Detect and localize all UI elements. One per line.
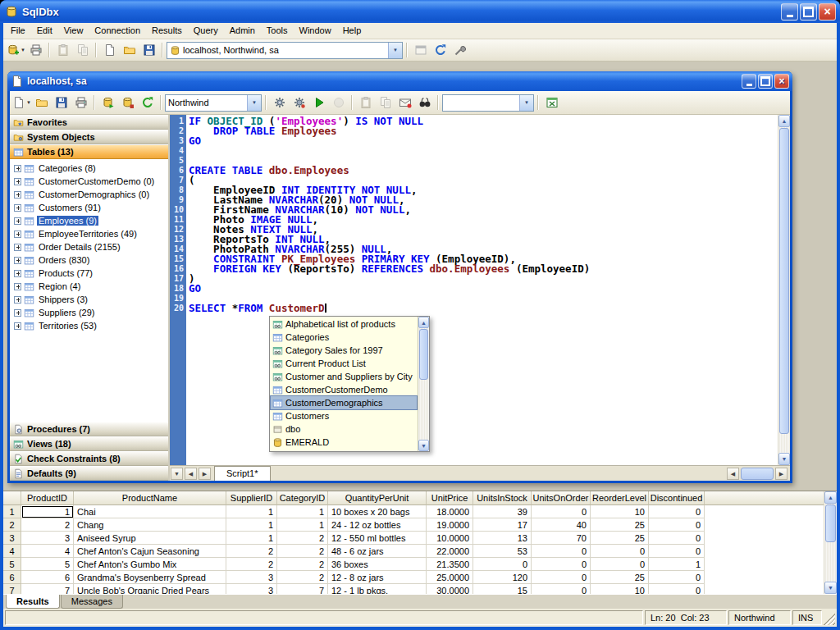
autocomplete-item-customer-and-suppliers-by-city[interactable]: Customer and Suppliers by City bbox=[271, 370, 417, 383]
column-header-productname[interactable]: ProductName bbox=[74, 491, 226, 505]
autocomplete-item-customers[interactable]: Customers bbox=[271, 409, 417, 422]
cell[interactable]: 3 bbox=[226, 571, 277, 584]
resize-grip[interactable] bbox=[824, 610, 835, 625]
cell[interactable]: 0 bbox=[532, 558, 591, 571]
cell[interactable]: 0 bbox=[473, 558, 532, 571]
tab-scroll-right-button[interactable]: ▶ bbox=[199, 468, 211, 480]
row-number[interactable]: 7 bbox=[3, 584, 21, 594]
scrollbar-thumb[interactable] bbox=[419, 329, 428, 380]
expand-icon[interactable] bbox=[14, 178, 21, 185]
column-header-reorderlevel[interactable]: ReorderLevel bbox=[591, 491, 649, 505]
cell[interactable]: 13 bbox=[473, 532, 532, 545]
cell[interactable]: 25 bbox=[591, 518, 649, 532]
menu-connection[interactable]: Connection bbox=[89, 24, 146, 38]
cell[interactable]: 0 bbox=[649, 584, 705, 594]
cell[interactable]: 1 bbox=[649, 558, 705, 571]
cell[interactable]: 5 bbox=[21, 558, 74, 571]
row-number[interactable]: 3 bbox=[3, 532, 21, 545]
cell[interactable]: Chang bbox=[74, 518, 226, 532]
tree-item-region-4[interactable]: Region (4) bbox=[10, 280, 168, 293]
tab-list-button[interactable]: ▼ bbox=[171, 468, 183, 480]
cell[interactable]: 25 bbox=[591, 571, 649, 584]
autocomplete-item-dbo[interactable]: dbo bbox=[271, 422, 417, 436]
cell[interactable]: 3 bbox=[21, 532, 74, 545]
cell[interactable]: 0 bbox=[591, 558, 649, 571]
tree-item-orders-830[interactable]: Orders (830) bbox=[10, 253, 168, 267]
row-number[interactable]: 6 bbox=[3, 571, 21, 584]
cell[interactable]: 12 - 1 lb pkgs. bbox=[328, 584, 427, 594]
scroll-down-icon[interactable]: ▼ bbox=[778, 453, 790, 465]
new-connection-button[interactable]: ▼ bbox=[7, 41, 25, 59]
section-system-objects[interactable]: System Objects bbox=[10, 130, 168, 144]
child-restore-button[interactable] bbox=[758, 74, 773, 89]
cell[interactable]: 2 bbox=[226, 545, 277, 558]
cell[interactable]: 10.0000 bbox=[427, 532, 473, 545]
query-window-titlebar[interactable]: localhost, sa × bbox=[7, 71, 792, 91]
cell[interactable]: 53 bbox=[473, 545, 532, 558]
cell[interactable]: 1 bbox=[226, 532, 277, 545]
autocomplete-item-current-product-list[interactable]: Current Product List bbox=[271, 357, 417, 370]
connection-combo[interactable]: localhost, Northwind, sa▼ bbox=[167, 42, 403, 59]
cell[interactable]: 17 bbox=[473, 518, 532, 532]
restore-button[interactable] bbox=[800, 3, 817, 21]
tree-item-categories-8[interactable]: Categories (8) bbox=[10, 162, 168, 175]
tree-item-customers-91[interactable]: Customers (91) bbox=[10, 201, 168, 214]
cell[interactable]: 25 bbox=[591, 532, 649, 545]
section-favorites[interactable]: Favorites bbox=[10, 115, 168, 130]
cell[interactable]: 2 bbox=[277, 532, 328, 545]
print-button[interactable] bbox=[26, 41, 45, 59]
scrollbar-thumb[interactable] bbox=[741, 468, 774, 480]
scroll-left-icon[interactable]: ◀ bbox=[727, 468, 739, 480]
cell[interactable]: 3 bbox=[226, 584, 277, 594]
execute-query-button[interactable] bbox=[309, 94, 328, 112]
row-number[interactable]: 1 bbox=[3, 505, 21, 518]
menu-help[interactable]: Help bbox=[337, 24, 368, 38]
results-vertical-scrollbar[interactable]: ▲ ▼ bbox=[824, 491, 837, 594]
cell[interactable]: 48 - 6 oz jars bbox=[328, 545, 427, 558]
cell[interactable]: 25.0000 bbox=[427, 571, 473, 584]
new-script-button[interactable]: ▼ bbox=[12, 94, 31, 112]
cell[interactable]: 2 bbox=[21, 518, 74, 532]
cell[interactable]: 2 bbox=[277, 545, 328, 558]
menu-query[interactable]: Query bbox=[188, 24, 224, 38]
column-header-unitsinstock[interactable]: UnitsInStock bbox=[473, 491, 532, 505]
menu-results[interactable]: Results bbox=[146, 24, 188, 38]
tree-item-shippers-3[interactable]: Shippers (3) bbox=[10, 293, 168, 306]
expand-icon[interactable] bbox=[14, 296, 21, 304]
expand-icon[interactable] bbox=[14, 244, 21, 251]
child-close-button[interactable]: × bbox=[774, 74, 789, 89]
database-combo[interactable]: Northwind▼ bbox=[165, 94, 262, 112]
object-filter-combo[interactable]: ▼ bbox=[442, 94, 534, 112]
cell[interactable]: 30.0000 bbox=[427, 584, 473, 594]
app-titlebar[interactable]: SqlDbx × bbox=[0, 0, 840, 23]
cell[interactable]: Chef Anton's Gumbo Mix bbox=[74, 558, 226, 571]
cell[interactable]: 0 bbox=[532, 505, 591, 518]
cell[interactable]: 15 bbox=[473, 584, 532, 594]
cell[interactable]: 0 bbox=[649, 518, 705, 532]
estimated-plan-button[interactable] bbox=[290, 94, 308, 112]
cell[interactable]: 2 bbox=[277, 571, 328, 584]
expand-icon[interactable] bbox=[14, 231, 21, 238]
column-header-unitprice[interactable]: UnitPrice bbox=[427, 491, 473, 505]
chevron-down-icon[interactable]: ▼ bbox=[388, 43, 402, 58]
cell[interactable]: 2 bbox=[277, 558, 328, 571]
cell[interactable]: 19.0000 bbox=[427, 518, 473, 532]
cell[interactable]: Grandma's Boysenberry Spread bbox=[74, 571, 226, 584]
email-results-button[interactable] bbox=[395, 94, 414, 112]
cell[interactable]: 24 - 12 oz bottles bbox=[328, 518, 427, 532]
new-script-button[interactable] bbox=[100, 41, 119, 59]
column-header-quantityperunit[interactable]: QuantityPerUnit bbox=[328, 491, 427, 505]
autocomplete-scrollbar[interactable]: ▲ ▼ bbox=[418, 317, 429, 451]
autocomplete-item-alphabetical-list-of-products[interactable]: Alphabetical list of products bbox=[271, 317, 417, 331]
cell[interactable]: 36 boxes bbox=[328, 558, 427, 571]
chevron-down-icon[interactable]: ▼ bbox=[247, 95, 261, 111]
tree-item-customercustomerdemo-0[interactable]: CustomerCustomerDemo (0) bbox=[10, 175, 168, 188]
tab-results[interactable]: Results bbox=[6, 595, 60, 609]
cell[interactable]: Chef Anton's Cajun Seasoning bbox=[74, 545, 226, 558]
disconnect-database-button[interactable] bbox=[118, 94, 137, 112]
expand-icon[interactable] bbox=[14, 165, 21, 172]
cell[interactable]: 22.0000 bbox=[427, 545, 473, 558]
cell[interactable]: 70 bbox=[532, 532, 591, 545]
cell[interactable]: 0 bbox=[591, 545, 649, 558]
column-header-categoryid[interactable]: CategoryID bbox=[277, 491, 328, 505]
